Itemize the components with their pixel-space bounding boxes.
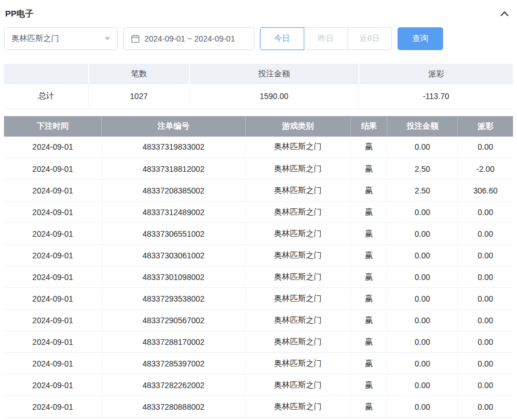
date-range-picker[interactable]: 2024-09-01 ~ 2024-09-01 xyxy=(123,27,254,50)
quick-filter-last-8-days[interactable]: 近8日 xyxy=(348,27,392,50)
cell-game-category: 奥林匹斯之门 xyxy=(245,223,350,245)
summary-table: 笔数 投注金额 派彩 总计 1027 1590.00 -113.70 xyxy=(4,64,513,109)
cell-game-category: 奥林匹斯之门 xyxy=(245,158,350,180)
cell-bet-amount: 0.00 xyxy=(387,310,458,331)
cell-payout: 0.00 xyxy=(457,374,513,396)
cell-bet-id: 48337282262002 xyxy=(102,374,245,396)
table-row: 2024-09-0148337285397002奥林匹斯之门赢0.000.00 xyxy=(4,353,513,374)
column-header-result: 结果 xyxy=(350,116,387,137)
cell-bet-amount: 0.00 xyxy=(387,245,458,266)
table-row: 2024-09-0148337312489002奥林匹斯之门赢0.000.00 xyxy=(4,201,513,223)
cell-result: 赢 xyxy=(350,180,387,201)
cell-bet-time: 2024-09-01 xyxy=(4,288,102,310)
cell-game-category: 奥林匹斯之门 xyxy=(245,245,350,266)
quick-filter-group: 今日 昨日 近8日 xyxy=(260,27,392,50)
cell-game-category: 奥林匹斯之门 xyxy=(245,374,350,396)
cell-result: 赢 xyxy=(350,201,387,223)
table-row: 2024-09-0148337303061002奥林匹斯之门赢0.000.00 xyxy=(4,245,513,266)
table-row: 2024-09-0148337293538002奥林匹斯之门赢0.000.00 xyxy=(4,288,513,310)
cell-game-category: 奥林匹斯之门 xyxy=(245,396,350,418)
cell-bet-id: 48337319833002 xyxy=(102,137,245,158)
table-row: 2024-09-0148337319833002奥林匹斯之门赢0.000.00 xyxy=(4,137,513,158)
cell-bet-amount: 0.00 xyxy=(387,396,458,418)
summary-header-bet-amount: 投注金额 xyxy=(189,64,359,84)
cell-bet-id: 48337288170002 xyxy=(102,331,245,353)
summary-total-payout: -113.70 xyxy=(359,84,513,109)
collapse-chevron-up-icon[interactable] xyxy=(499,7,510,20)
cell-payout: 0.00 xyxy=(457,331,513,353)
cell-payout: 0.00 xyxy=(457,288,513,310)
cell-bet-time: 2024-09-01 xyxy=(4,223,102,245)
cell-bet-time: 2024-09-01 xyxy=(4,266,102,288)
cell-bet-time: 2024-09-01 xyxy=(4,137,102,158)
cell-bet-id: 48337285397002 xyxy=(102,353,245,374)
game-select-value: 奥林匹斯之门 xyxy=(11,34,59,44)
chevron-down-icon xyxy=(105,37,110,40)
summary-total-row: 总计 1027 1590.00 -113.70 xyxy=(4,84,513,109)
cell-bet-id: 48337301098002 xyxy=(102,266,245,288)
cell-bet-id: 48337306551002 xyxy=(102,223,245,245)
cell-payout: 0.00 xyxy=(457,223,513,245)
quick-filter-today[interactable]: 今日 xyxy=(260,27,304,50)
cell-payout: 0.00 xyxy=(457,353,513,374)
cell-payout: 0.00 xyxy=(457,266,513,288)
game-select[interactable]: 奥林匹斯之门 xyxy=(4,27,118,50)
cell-bet-time: 2024-09-01 xyxy=(4,396,102,418)
cell-bet-time: 2024-09-01 xyxy=(4,180,102,201)
cell-bet-amount: 0.00 xyxy=(387,353,458,374)
column-header-game-category: 游戏类别 xyxy=(245,116,350,137)
cell-result: 赢 xyxy=(350,310,387,331)
cell-bet-amount: 0.00 xyxy=(387,137,458,158)
column-header-bet-amount: 投注金额 xyxy=(387,116,458,137)
cell-bet-id: 48337208385002 xyxy=(102,180,245,201)
cell-result: 赢 xyxy=(350,245,387,266)
table-row: 2024-09-0148337208385002奥林匹斯之门赢2.50306.6… xyxy=(4,180,513,201)
summary-total-bet-amount: 1590.00 xyxy=(189,84,359,109)
cell-result: 赢 xyxy=(350,158,387,180)
summary-header-payout: 派彩 xyxy=(359,64,513,84)
cell-game-category: 奥林匹斯之门 xyxy=(245,353,350,374)
date-range-value: 2024-09-01 ~ 2024-09-01 xyxy=(144,34,235,43)
cell-game-category: 奥林匹斯之门 xyxy=(245,201,350,223)
table-row: 2024-09-0148337282262002奥林匹斯之门赢0.000.00 xyxy=(4,374,513,396)
summary-header-empty xyxy=(4,64,89,84)
summary-header-row: 笔数 投注金额 派彩 xyxy=(4,64,513,84)
cell-bet-amount: 0.00 xyxy=(387,223,458,245)
cell-bet-id: 48337290567002 xyxy=(102,310,245,331)
table-row: 2024-09-0148337318812002奥林匹斯之门赢2.50-2.00 xyxy=(4,158,513,180)
table-row: 2024-09-0148337290567002奥林匹斯之门赢0.000.00 xyxy=(4,310,513,331)
cell-bet-amount: 0.00 xyxy=(387,201,458,223)
cell-result: 赢 xyxy=(350,374,387,396)
search-button[interactable]: 查询 xyxy=(398,27,443,50)
table-row: 2024-09-0148337280888002奥林匹斯之门赢0.000.00 xyxy=(4,396,513,418)
cell-payout: 0.00 xyxy=(457,137,513,158)
records-table: 下注时间 注单编号 游戏类别 结果 投注金额 派彩 2024-09-014833… xyxy=(4,116,513,418)
table-row: 2024-09-0148337306551002奥林匹斯之门赢0.000.00 xyxy=(4,223,513,245)
cell-payout: 306.60 xyxy=(457,180,513,201)
cell-bet-time: 2024-09-01 xyxy=(4,245,102,266)
cell-result: 赢 xyxy=(350,223,387,245)
cell-bet-time: 2024-09-01 xyxy=(4,353,102,374)
cell-result: 赢 xyxy=(350,266,387,288)
cell-game-category: 奥林匹斯之门 xyxy=(245,331,350,353)
summary-header-count: 笔数 xyxy=(89,64,189,84)
cell-result: 赢 xyxy=(350,288,387,310)
cell-game-category: 奥林匹斯之门 xyxy=(245,288,350,310)
cell-bet-amount: 2.50 xyxy=(387,180,458,201)
summary-total-label: 总计 xyxy=(4,84,89,109)
column-header-bet-time: 下注时间 xyxy=(4,116,102,137)
section-header: PP电子 xyxy=(4,6,513,22)
cell-payout: 0.00 xyxy=(457,201,513,223)
cell-game-category: 奥林匹斯之门 xyxy=(245,310,350,331)
cell-bet-amount: 0.00 xyxy=(387,374,458,396)
cell-bet-time: 2024-09-01 xyxy=(4,331,102,353)
cell-bet-time: 2024-09-01 xyxy=(4,310,102,331)
quick-filter-yesterday[interactable]: 昨日 xyxy=(304,27,348,50)
cell-result: 赢 xyxy=(350,353,387,374)
filter-bar: 奥林匹斯之门 2024-09-01 ~ 2024-09-01 今日 昨日 近8日… xyxy=(4,27,513,50)
table-row: 2024-09-0148337301098002奥林匹斯之门赢0.000.00 xyxy=(4,266,513,288)
cell-result: 赢 xyxy=(350,396,387,418)
records-header-row: 下注时间 注单编号 游戏类别 结果 投注金额 派彩 xyxy=(4,116,513,137)
summary-total-count: 1027 xyxy=(89,84,189,109)
column-header-bet-id: 注单编号 xyxy=(102,116,245,137)
